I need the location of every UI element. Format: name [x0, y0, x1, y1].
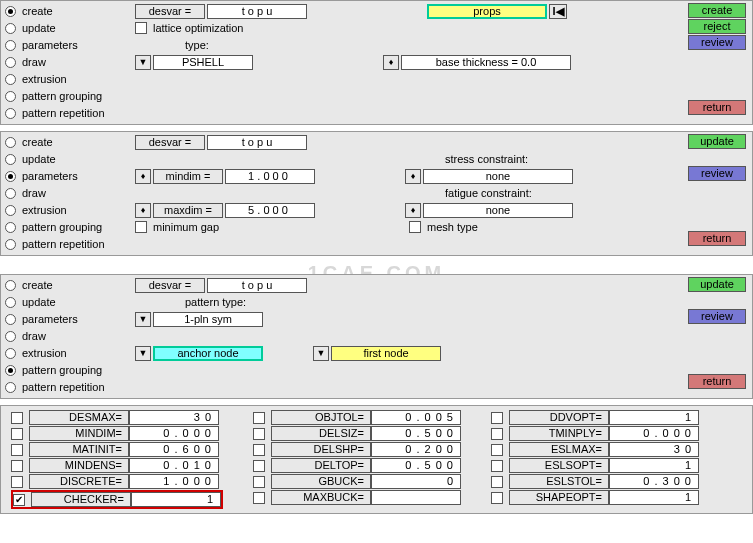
review-button2[interactable]: review: [688, 166, 746, 181]
option-checkbox[interactable]: [253, 444, 265, 456]
option-checkbox[interactable]: [491, 476, 503, 488]
reject-button[interactable]: reject: [688, 19, 746, 34]
option-checkbox[interactable]: [491, 428, 503, 440]
opt-draw[interactable]: draw: [5, 56, 135, 68]
option-value[interactable]: 0 . 5 0 0: [371, 458, 461, 473]
base-thickness[interactable]: base thickness = 0.0: [401, 55, 571, 70]
desvar3-btn[interactable]: desvar =: [135, 278, 205, 293]
review-button3[interactable]: review: [688, 309, 746, 324]
meshtype-checkbox[interactable]: [409, 221, 421, 233]
fatigue-spin-icon[interactable]: ♦: [405, 203, 421, 218]
base-spin-icon[interactable]: ♦: [383, 55, 399, 70]
stress-spin-icon[interactable]: ♦: [405, 169, 421, 184]
anchor-node-button[interactable]: anchor node: [153, 346, 263, 361]
type-dropdown-icon[interactable]: ▼: [135, 55, 151, 70]
option-checkbox[interactable]: [11, 476, 23, 488]
opt-pattern-repetition3[interactable]: pattern repetition: [5, 381, 135, 393]
first-node-button[interactable]: first node: [331, 346, 441, 361]
option-value[interactable]: 0: [371, 474, 461, 489]
props-button[interactable]: props: [427, 4, 547, 19]
option-row: MINDENS=0 . 0 1 0: [11, 458, 223, 473]
option-checkbox[interactable]: [11, 428, 23, 440]
anchor-dropdown-icon[interactable]: ▼: [135, 346, 151, 361]
option-checkbox[interactable]: [253, 412, 265, 424]
option-value[interactable]: 3 0: [129, 410, 219, 425]
first-dropdown-icon[interactable]: ▼: [313, 346, 329, 361]
opt-pattern-repetition[interactable]: pattern repetition: [5, 107, 135, 119]
opt-create[interactable]: create: [5, 5, 135, 17]
option-value[interactable]: 0 . 0 1 0: [129, 458, 219, 473]
option-value[interactable]: 0 . 0 0 0: [129, 426, 219, 441]
opt-parameters[interactable]: parameters: [5, 39, 135, 51]
opt-update[interactable]: update: [5, 22, 135, 34]
create-button[interactable]: create: [688, 3, 746, 18]
pattern-value[interactable]: 1-pln sym: [153, 312, 263, 327]
option-value[interactable]: 1: [609, 458, 699, 473]
option-checkbox[interactable]: [491, 444, 503, 456]
option-value[interactable]: 0 . 0 0 0: [609, 426, 699, 441]
opt-draw3[interactable]: draw: [5, 330, 135, 342]
stress-value[interactable]: none: [423, 169, 573, 184]
option-checkbox[interactable]: [253, 492, 265, 504]
opt-pattern-grouping[interactable]: pattern grouping: [5, 90, 135, 102]
opt-pattern-repetition2[interactable]: pattern repetition: [5, 238, 135, 250]
option-checkbox[interactable]: [491, 460, 503, 472]
return-button2[interactable]: return: [688, 231, 746, 246]
option-value[interactable]: 0 . 5 0 0: [371, 426, 461, 441]
opt-parameters3[interactable]: parameters: [5, 313, 135, 325]
opt-parameters2[interactable]: parameters: [5, 170, 135, 182]
option-checkbox[interactable]: [491, 492, 503, 504]
opt-extrusion3[interactable]: extrusion: [5, 347, 135, 359]
opt-extrusion[interactable]: extrusion: [5, 73, 135, 85]
desvar-btn[interactable]: desvar =: [135, 4, 205, 19]
opt-extrusion2[interactable]: extrusion: [5, 204, 135, 216]
option-value[interactable]: [371, 490, 461, 505]
maxdim-spin-icon[interactable]: ♦: [135, 203, 151, 218]
lattice-checkbox[interactable]: [135, 22, 147, 34]
update-button3[interactable]: update: [688, 277, 746, 292]
option-checkbox[interactable]: [11, 412, 23, 424]
fatigue-value[interactable]: none: [423, 203, 573, 218]
opt-update3[interactable]: update: [5, 296, 135, 308]
opt-create3[interactable]: create: [5, 279, 135, 291]
option-value[interactable]: 0 . 2 0 0: [371, 442, 461, 457]
desvar2-btn[interactable]: desvar =: [135, 135, 205, 150]
opt-draw2[interactable]: draw: [5, 187, 135, 199]
opt-pattern-grouping2[interactable]: pattern grouping: [5, 221, 135, 233]
option-checkbox[interactable]: ✔: [13, 494, 25, 506]
desvar3-input[interactable]: t o p u: [207, 278, 307, 293]
update-button2[interactable]: update: [688, 134, 746, 149]
option-checkbox[interactable]: [11, 444, 23, 456]
option-value[interactable]: 1 . 0 0 0: [129, 474, 219, 489]
option-value[interactable]: 3 0: [609, 442, 699, 457]
desvar-input[interactable]: t o p u: [207, 4, 307, 19]
option-value[interactable]: 0 . 3 0 0: [609, 474, 699, 489]
pattern-dropdown-icon[interactable]: ▼: [135, 312, 151, 327]
option-checkbox[interactable]: [253, 428, 265, 440]
review-button[interactable]: review: [688, 35, 746, 50]
option-checkbox[interactable]: [253, 476, 265, 488]
maxdim-input[interactable]: 5 . 0 0 0: [225, 203, 315, 218]
option-value[interactable]: 1: [131, 492, 221, 507]
option-value[interactable]: 0 . 0 0 5: [371, 410, 461, 425]
props-toggle-icon[interactable]: I◀: [549, 4, 567, 19]
option-label: MINDIM=: [29, 426, 129, 441]
option-value[interactable]: 1: [609, 490, 699, 505]
desvar2-input[interactable]: t o p u: [207, 135, 307, 150]
opt-create2[interactable]: create: [5, 136, 135, 148]
option-value[interactable]: 1: [609, 410, 699, 425]
return-button[interactable]: return: [688, 100, 746, 115]
mingap-checkbox[interactable]: [135, 221, 147, 233]
option-value[interactable]: 0 . 6 0 0: [129, 442, 219, 457]
mindim-spin-icon[interactable]: ♦: [135, 169, 151, 184]
opt-pattern-grouping3[interactable]: pattern grouping: [5, 364, 135, 376]
mindim-btn[interactable]: mindim =: [153, 169, 223, 184]
option-checkbox[interactable]: [491, 412, 503, 424]
option-checkbox[interactable]: [11, 460, 23, 472]
mindim-input[interactable]: 1 . 0 0 0: [225, 169, 315, 184]
maxdim-btn[interactable]: maxdim =: [153, 203, 223, 218]
return-button3[interactable]: return: [688, 374, 746, 389]
opt-update2[interactable]: update: [5, 153, 135, 165]
option-checkbox[interactable]: [253, 460, 265, 472]
type-value[interactable]: PSHELL: [153, 55, 253, 70]
